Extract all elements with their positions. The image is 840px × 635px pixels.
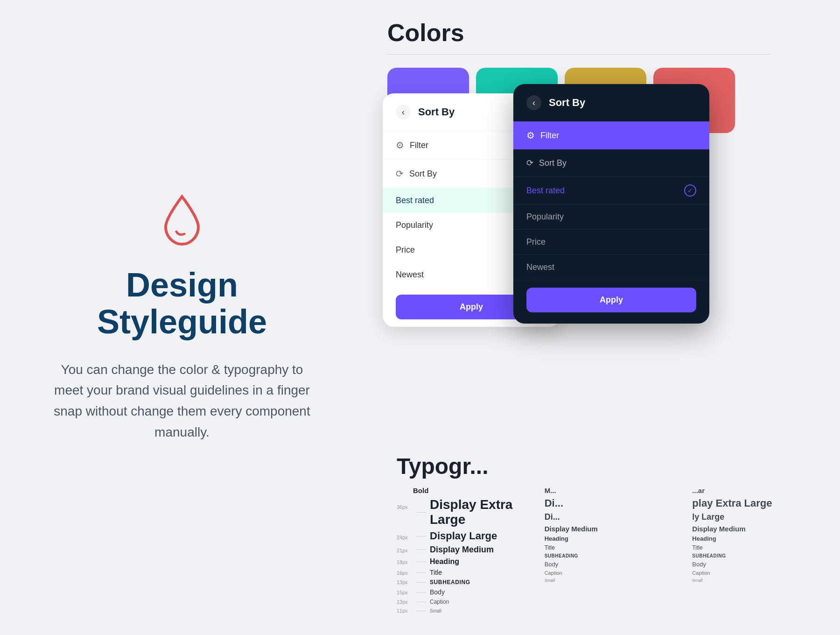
- back-button-dark[interactable]: ‹: [526, 95, 541, 110]
- typo-column-3: ...ar play Extra Large ly Large Display …: [692, 487, 835, 616]
- typo-row-small: 11px Small: [397, 608, 540, 614]
- typo2-caption: Caption: [545, 570, 688, 576]
- left-panel: Design Styleguide You can change the col…: [0, 0, 364, 635]
- typo-row-caption: 13px Caption: [397, 599, 540, 605]
- sort-option-best-rated-dark[interactable]: Best rated ✓: [513, 177, 709, 205]
- panel-light-title: Sort By: [418, 106, 455, 118]
- sort-by-label-dark: Sort By: [539, 158, 567, 168]
- typo-row-xl: 36px Display Extra Large: [397, 497, 540, 527]
- filter-label-dark: Filter: [540, 131, 559, 141]
- typography-section: Typogr... Bold 36px Display Extra Large …: [387, 453, 835, 616]
- typo-row-heading: 18px Heading: [397, 557, 540, 566]
- description-text: You can change the color & typography to…: [47, 360, 317, 443]
- colors-header: Colors: [387, 19, 770, 55]
- sort-option-price-dark[interactable]: Price: [513, 230, 709, 255]
- colors-divider: [387, 54, 770, 55]
- typo3-body: Body: [692, 561, 835, 568]
- typo-column-1: Bold 36px Display Extra Large 24px Displ…: [397, 487, 545, 616]
- apply-button-dark[interactable]: Apply: [526, 288, 696, 312]
- typo2-title: Title: [545, 544, 688, 551]
- typo3-title: Title: [692, 544, 835, 551]
- back-button-light[interactable]: ‹: [396, 105, 411, 120]
- typography-columns: Bold 36px Display Extra Large 24px Displ…: [387, 487, 835, 616]
- typo3-subheading: SUBHEADING: [692, 553, 835, 558]
- sort-icon-light: ⟳: [396, 168, 404, 179]
- panel-dark-title: Sort By: [549, 97, 585, 109]
- typo2-md: Display Medium: [545, 525, 688, 533]
- typo2-small: Small: [545, 578, 688, 583]
- filter-row-dark[interactable]: ⚙ Filter: [513, 121, 709, 149]
- typo2-body: Body: [545, 561, 688, 568]
- typo2-heading: Heading: [545, 535, 688, 542]
- typo3-heading: Heading: [692, 535, 835, 542]
- typo2-xl: Di...: [545, 497, 688, 509]
- typo-row-title: 16px Title: [397, 569, 540, 576]
- typo2-subheading: SUBHEADING: [545, 553, 688, 558]
- sort-option-popularity-dark[interactable]: Popularity: [513, 205, 709, 230]
- typo-row-subheading: 13px SUBHEADING: [397, 579, 540, 586]
- sort-icon-dark: ⟳: [526, 158, 533, 168]
- sort-option-newest-dark[interactable]: Newest: [513, 255, 709, 280]
- filter-icon-dark: ⚙: [526, 130, 535, 141]
- typo3-md: Display Medium: [692, 525, 835, 533]
- typo3-xl: play Extra Large: [692, 497, 835, 509]
- typo3-small: Small: [692, 578, 835, 583]
- sort-section-dark: ⟳ Sort By: [513, 149, 709, 177]
- typo-row-lg: 24px Display Large: [397, 530, 540, 542]
- panel-dark-header: ‹ Sort By: [513, 84, 709, 121]
- typo3-lg: ly Large: [692, 512, 835, 522]
- drop-icon: [159, 192, 205, 248]
- check-icon: ✓: [684, 184, 696, 197]
- typo-column-2: M... Di... Di... Display Medium Heading …: [545, 487, 693, 616]
- typography-title: Typogr...: [387, 453, 835, 479]
- typo2-lg: Di...: [545, 512, 688, 522]
- typo-row-md: 21px Display Medium: [397, 545, 540, 555]
- filter-label-light: Filter: [410, 141, 428, 150]
- bold-label-3: ...ar: [692, 487, 835, 494]
- bold-label-2: M...: [545, 487, 688, 494]
- panel-dark-sort: ‹ Sort By ⚙ Filter ⟳ Sort By Best rated …: [513, 84, 709, 324]
- filter-icon-light: ⚙: [396, 140, 404, 151]
- bold-label: Bold: [397, 487, 540, 494]
- colors-title: Colors: [387, 19, 770, 47]
- typo3-caption: Caption: [692, 570, 835, 576]
- typo-row-body: 15px Body: [397, 588, 540, 596]
- panels-container: ‹ Sort By ⚙ Filter ⟳ Sort By Best rated …: [383, 84, 803, 411]
- sort-by-label-light: Sort By: [409, 169, 437, 179]
- main-title: Design Styleguide: [97, 267, 267, 340]
